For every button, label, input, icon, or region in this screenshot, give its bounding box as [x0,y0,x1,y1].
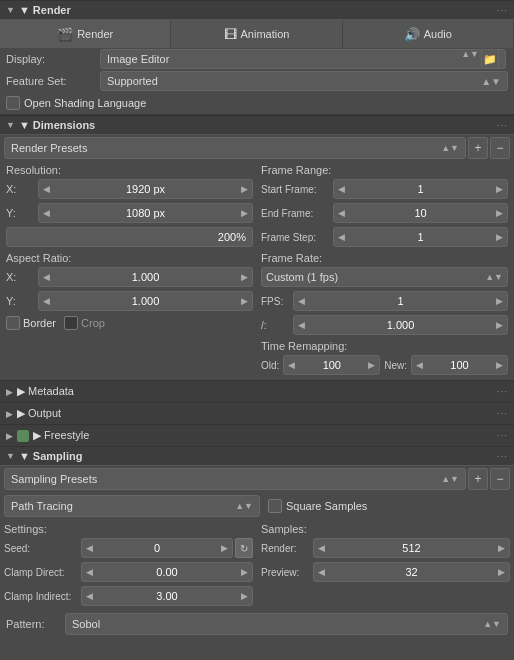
freestyle-section[interactable]: ▶ ▶ Freestyle ··· [0,424,514,446]
osl-toggle[interactable] [6,96,20,110]
aspect-y-value: 1.000 [132,295,160,307]
render-samples-arrow-r: ▶ [498,543,505,553]
fps-arrow-r: ▶ [496,296,503,306]
render-samples-field[interactable]: ◀ 512 ▶ [313,538,510,558]
tab-render[interactable]: 🎬 Render [0,20,171,48]
time-remapping-label: Time Remapping: [261,338,508,354]
frame-range-col: Frame Range: Start Frame: ◀ 1 ▶ End Fram… [261,163,508,378]
clamp-direct-field[interactable]: ◀ 0.00 ▶ [81,562,253,582]
clamp-indirect-row: Clamp Indirect: ◀ 3.00 ▶ [4,585,253,607]
preview-samples-field[interactable]: ◀ 32 ▶ [313,562,510,582]
square-samples-label: Square Samples [286,500,367,512]
render-samples-row: Render: ◀ 512 ▶ [261,537,510,559]
sampling-dots[interactable]: ··· [497,451,508,462]
border-toggle[interactable] [6,316,20,330]
dimensions-dots[interactable]: ··· [497,120,508,131]
seed-cycle-btn[interactable]: ↻ [235,538,253,558]
start-frame-value: 1 [417,183,423,195]
pattern-value: Sobol [72,618,100,630]
fps-field[interactable]: ◀ 1 ▶ [293,291,508,311]
end-frame-value: 10 [414,207,426,219]
clamp-direct-row: Clamp Direct: ◀ 0.00 ▶ [4,561,253,583]
metadata-section[interactable]: ▶ ▶ Metadata ··· [0,380,514,402]
aspect-x-arrow-l: ◀ [43,272,50,282]
dimensions-section-header[interactable]: ▼ ▼ Dimensions ··· [0,115,514,135]
presets-add-btn[interactable]: + [468,137,488,159]
crop-toggle[interactable] [64,316,78,330]
pattern-dropdown[interactable]: Sobol ▲▼ [65,613,508,635]
time-old-field[interactable]: ◀ 100 ▶ [283,355,380,375]
start-frame-label: Start Frame: [261,184,331,195]
tab-animation[interactable]: 🎞 Animation [171,20,342,48]
frame-step-value: 1 [417,231,423,243]
path-tracing-arrow: ▲▼ [235,501,253,511]
sampling-collapse-icon[interactable]: ▼ [6,451,15,461]
aspect-x-value: 1.000 [132,271,160,283]
sampling-presets-dropdown[interactable]: Sampling Presets ▲▼ [4,468,466,490]
time-new-field[interactable]: ◀ 100 ▶ [411,355,508,375]
res-x-field[interactable]: ◀ 1920 px ▶ [38,179,253,199]
start-frame-arrow-r: ▶ [496,184,503,194]
display-row: Display: Image Editor ▲▼ 📁 [0,48,514,70]
crop-check-group: Crop [64,316,105,330]
aspect-y-arrow-l: ◀ [43,296,50,306]
frame-rate-dropdown[interactable]: Custom (1 fps) ▲▼ [261,267,508,287]
presets-remove-btn[interactable]: − [490,137,510,159]
dimensions-collapse-icon[interactable]: ▼ [6,120,15,130]
aspect-y-field[interactable]: ◀ 1.000 ▶ [38,291,253,311]
display-dropdown[interactable]: Image Editor ▲▼ 📁 [100,49,506,69]
end-frame-row: End Frame: ◀ 10 ▶ [261,202,508,224]
display-browse-btn[interactable]: 📁 [481,49,499,69]
clamp-indirect-field[interactable]: ◀ 3.00 ▶ [81,586,253,606]
end-frame-field[interactable]: ◀ 10 ▶ [333,203,508,223]
frame-rate-arrow: ▲▼ [485,272,503,282]
render-samples-value: 512 [402,542,420,554]
aspect-x-field[interactable]: ◀ 1.000 ▶ [38,267,253,287]
render-options-dots[interactable]: ··· [497,5,508,16]
path-tracing-dropdown[interactable]: Path Tracing ▲▼ [4,495,260,517]
metadata-dots[interactable]: ··· [497,386,508,397]
square-samples-toggle[interactable] [268,499,282,513]
display-label: Display: [6,53,96,65]
render-section-header: ▼ ▼ Render ··· [0,0,514,20]
tab-render-label: Render [77,28,113,40]
fps-base-field[interactable]: ◀ 1.000 ▶ [293,315,508,335]
end-frame-arrow-l: ◀ [338,208,345,218]
frame-step-label: Frame Step: [261,232,331,243]
freestyle-dots[interactable]: ··· [497,430,508,441]
time-old-arrow-l: ◀ [288,360,295,370]
res-y-value: 1080 px [126,207,165,219]
fps-base-arrow-l: ◀ [298,320,305,330]
res-percent-value: 200% [218,231,246,243]
seed-field[interactable]: ◀ 0 ▶ [81,538,233,558]
output-dots[interactable]: ··· [497,408,508,419]
output-title: ▶ Output [17,407,61,420]
frame-step-field[interactable]: ◀ 1 ▶ [333,227,508,247]
dimensions-title: ▼ Dimensions [19,119,95,131]
seed-arrow-r: ▶ [221,543,228,553]
sampling-presets-remove-btn[interactable]: − [490,468,510,490]
aspect-x-row: X: ◀ 1.000 ▶ [6,266,253,288]
aspect-x-arrow-r: ▶ [241,272,248,282]
res-y-field[interactable]: ◀ 1080 px ▶ [38,203,253,223]
output-section[interactable]: ▶ ▶ Output ··· [0,402,514,424]
feature-set-row: Feature Set: Supported ▲▼ [0,70,514,92]
render-presets-row: Render Presets ▲▼ + − [0,135,514,161]
frame-rate-value: Custom (1 fps) [266,271,338,283]
tab-animation-label: Animation [241,28,290,40]
feature-set-dropdown[interactable]: Supported ▲▼ [100,71,508,91]
sampling-presets-add-btn[interactable]: + [468,468,488,490]
end-frame-label: End Frame: [261,208,331,219]
end-frame-arrow-r: ▶ [496,208,503,218]
res-percent-field[interactable]: 200% [6,227,253,247]
res-percent-row: 200% [6,226,253,248]
seed-value: 0 [154,542,160,554]
res-x-label: X: [6,183,36,195]
start-frame-field[interactable]: ◀ 1 ▶ [333,179,508,199]
audio-tab-icon: 🔊 [404,27,420,42]
time-old-arrow-r: ▶ [368,360,375,370]
render-presets-dropdown[interactable]: Render Presets ▲▼ [4,137,466,159]
res-x-arrow-r: ▶ [241,184,248,194]
tab-audio[interactable]: 🔊 Audio [343,20,514,48]
render-collapse-icon[interactable]: ▼ [6,5,15,15]
